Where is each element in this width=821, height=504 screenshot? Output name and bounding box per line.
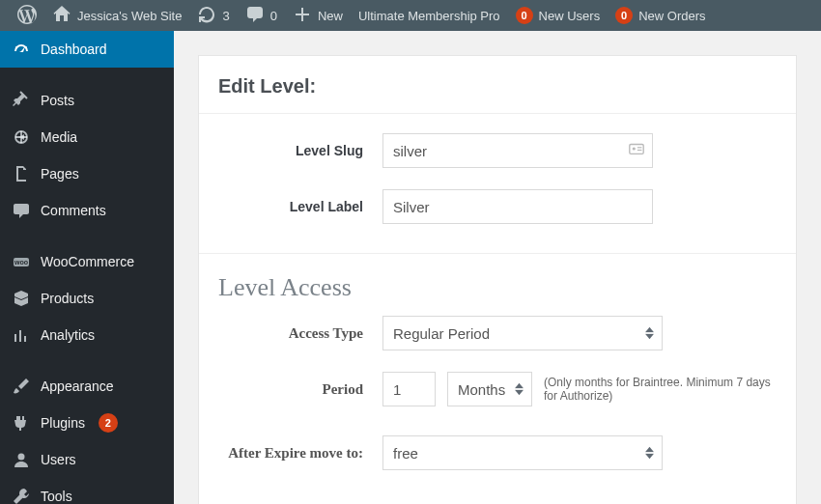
edit-level-panel: Edit Level: Level Slug Level Label Level [198, 55, 797, 504]
menu-products-label: Products [41, 291, 94, 306]
comments-count: 0 [270, 9, 277, 23]
comments-link[interactable]: 0 [238, 0, 285, 31]
wrench-icon [12, 487, 31, 504]
access-type-value: Regular Period [393, 325, 490, 342]
admin-sidebar: Dashboard Posts Media Pages Comments woo… [0, 31, 174, 504]
update-icon [197, 5, 216, 27]
row-after-expire: After Expire move to: free [218, 435, 777, 470]
menu-comments[interactable]: Comments [0, 192, 174, 229]
panel-body-basic: Level Slug Level Label [199, 114, 796, 254]
media-icon [12, 127, 31, 147]
menu-users-label: Users [41, 452, 76, 467]
svg-rect-7 [637, 150, 642, 151]
plus-icon [293, 5, 312, 27]
page-icon [12, 164, 31, 183]
level-slug-input[interactable] [382, 133, 653, 168]
chevrons-icon [645, 327, 654, 340]
admin-toolbar: Jessica's Web Site 3 0 New Ultimate Memb… [0, 0, 821, 31]
menu-separator [0, 234, 174, 238]
new-label: New [318, 9, 343, 23]
home-icon [52, 5, 71, 27]
comment-icon [245, 5, 265, 27]
level-label-input[interactable] [382, 189, 653, 224]
updates-count: 3 [222, 9, 229, 23]
period-label: Period [218, 381, 382, 398]
wp-logo[interactable] [10, 0, 44, 31]
menu-users[interactable]: Users [0, 441, 174, 478]
row-access-type: Access Type Regular Period [218, 316, 777, 350]
new-users-label: New Users [539, 9, 601, 23]
menu-woocommerce[interactable]: woo WooCommerce [0, 243, 174, 280]
menu-woocommerce-label: WooCommerce [41, 254, 134, 269]
after-expire-label: After Expire move to: [218, 445, 382, 462]
menu-tools[interactable]: Tools [0, 478, 174, 504]
user-icon [12, 450, 31, 469]
menu-separator [0, 358, 174, 363]
svg-point-3 [18, 454, 25, 461]
row-level-slug: Level Slug [218, 133, 777, 168]
menu-plugins[interactable]: Plugins 2 [0, 405, 174, 441]
woocommerce-icon: woo [12, 252, 31, 271]
access-type-label: Access Type [218, 325, 382, 342]
chevrons-icon [515, 383, 524, 396]
updates-link[interactable]: 3 [189, 0, 237, 31]
menu-pages[interactable]: Pages [0, 155, 174, 192]
menu-appearance-label: Appearance [41, 378, 114, 394]
panel-header: Edit Level: [199, 56, 796, 114]
plugin-icon [12, 413, 31, 433]
period-value-input[interactable] [382, 372, 436, 406]
new-orders-label: New Orders [638, 9, 705, 23]
svg-point-5 [633, 147, 636, 150]
menu-posts-label: Posts [41, 93, 74, 108]
wordpress-icon [17, 5, 37, 27]
access-type-select[interactable]: Regular Period [382, 316, 663, 350]
menu-media-label: Media [41, 129, 77, 145]
products-icon [12, 289, 31, 308]
svg-rect-6 [637, 147, 642, 148]
content-area: Edit Level: Level Slug Level Label Level [174, 31, 821, 504]
id-card-icon [628, 140, 645, 161]
new-users-badge: 0 [516, 7, 533, 24]
panel-title: Edit Level: [218, 75, 777, 98]
after-expire-select[interactable]: free [382, 435, 663, 470]
new-orders-badge: 0 [615, 7, 633, 24]
new-users-link[interactable]: 0 New Users [508, 0, 609, 31]
site-name-link[interactable]: Jessica's Web Site [44, 0, 189, 31]
menu-pages-label: Pages [41, 166, 79, 182]
comment-icon [12, 201, 31, 220]
pin-icon [12, 91, 31, 110]
menu-posts[interactable]: Posts [0, 82, 174, 119]
level-slug-label: Level Slug [218, 143, 382, 158]
menu-dashboard-label: Dashboard [41, 42, 107, 57]
brush-icon [12, 377, 31, 396]
svg-rect-4 [630, 145, 643, 154]
level-access-title: Level Access [199, 254, 796, 316]
menu-media[interactable]: Media [0, 119, 174, 155]
menu-comments-label: Comments [41, 203, 106, 218]
row-period: Period Months (Only months for Braintree… [218, 372, 777, 406]
menu-separator [0, 72, 174, 77]
level-label-label: Level Label [218, 199, 382, 214]
plugins-update-badge: 2 [99, 413, 118, 433]
period-unit-value: Months [458, 381, 505, 398]
menu-appearance[interactable]: Appearance [0, 368, 174, 405]
menu-products[interactable]: Products [0, 280, 174, 317]
after-expire-value: free [393, 445, 418, 462]
analytics-icon [12, 325, 31, 345]
svg-text:woo: woo [14, 259, 28, 266]
chevrons-icon [645, 447, 654, 460]
dashboard-icon [12, 40, 31, 59]
row-level-label: Level Label [218, 189, 777, 224]
menu-analytics[interactable]: Analytics [0, 317, 174, 353]
menu-dashboard[interactable]: Dashboard [0, 31, 174, 68]
menu-plugins-label: Plugins [41, 415, 85, 431]
site-name: Jessica's Web Site [77, 9, 182, 23]
ump-link[interactable]: Ultimate Membership Pro [351, 0, 508, 31]
panel-body-access: Access Type Regular Period Period [199, 316, 796, 504]
new-content-link[interactable]: New [285, 0, 351, 31]
period-hint: (Only months for Braintree. Minimum 7 da… [544, 376, 777, 403]
menu-analytics-label: Analytics [41, 327, 95, 343]
new-orders-link[interactable]: 0 New Orders [608, 0, 713, 31]
menu-tools-label: Tools [41, 489, 72, 504]
period-unit-select[interactable]: Months [447, 372, 532, 406]
